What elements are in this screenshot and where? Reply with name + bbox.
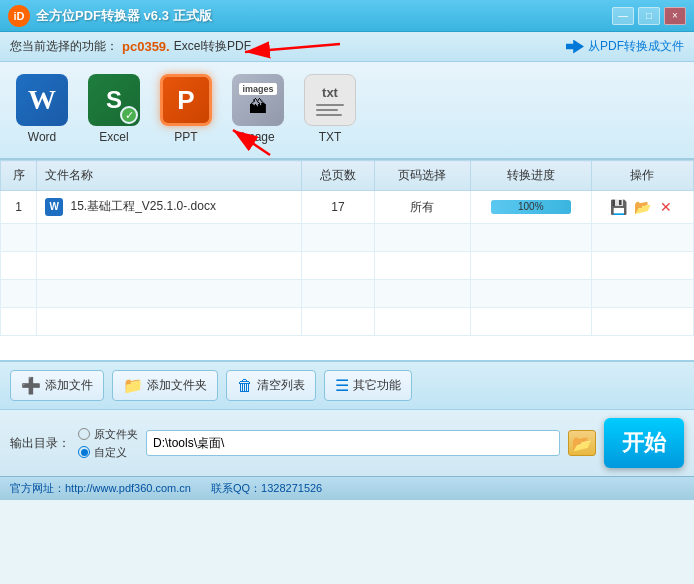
pdf-convert-button[interactable]: 从PDF转换成文件 (566, 38, 684, 55)
convert-arrow-icon (566, 40, 584, 54)
empty-row (1, 252, 694, 280)
txt-label: TXT (319, 130, 342, 144)
toolbar: 您当前选择的功能： pc0359. Excel转换PDF 从PDF转换成文件 (0, 32, 694, 62)
titlebar-left: iD 全方位PDF转换器 v6.3 正式版 (8, 5, 212, 27)
word-button[interactable]: W Word (10, 70, 74, 148)
add-folder-label: 添加文件夹 (147, 377, 207, 394)
empty-row (1, 308, 694, 336)
image-button[interactable]: images 🏔 Image (226, 70, 290, 148)
qq-text: 联系QQ：1328271526 (211, 481, 322, 496)
row-seq: 1 (1, 191, 37, 224)
app-logo: iD (8, 5, 30, 27)
radio-custom[interactable]: 自定义 (78, 445, 138, 460)
open-folder-button[interactable]: 📂 (632, 197, 652, 217)
excel-icon: S ✓ (88, 74, 140, 126)
website-text: 官方网址：http://www.pdf360.com.cn (10, 481, 191, 496)
bottom-toolbar: ➕ 添加文件 📁 添加文件夹 🗑 清空列表 ☰ 其它功能 (0, 360, 694, 410)
save-file-button[interactable]: 💾 (608, 197, 628, 217)
add-folder-button[interactable]: 📁 添加文件夹 (112, 370, 218, 401)
word-file-icon: W (45, 198, 63, 216)
col-pagesel-header: 页码选择 (374, 161, 470, 191)
empty-row (1, 280, 694, 308)
other-func-button[interactable]: ☰ 其它功能 (324, 370, 412, 401)
logo-text: iD (14, 10, 25, 22)
row-pages: 17 (302, 191, 374, 224)
table-header-row: 序 文件名称 总页数 页码选择 转换进度 操作 (1, 161, 694, 191)
col-pages-header: 总页数 (302, 161, 374, 191)
empty-row (1, 224, 694, 252)
col-name-header: 文件名称 (37, 161, 302, 191)
clear-list-icon: 🗑 (237, 377, 253, 395)
minimize-button[interactable]: — (612, 7, 634, 25)
function-label: 您当前选择的功能： (10, 38, 118, 55)
ppt-label: PPT (174, 130, 197, 144)
output-dir-row: 输出目录： 原文件夹 自定义 📂 开始 (0, 410, 694, 476)
col-action-header: 操作 (591, 161, 693, 191)
app-title: 全方位PDF转换器 v6.3 正式版 (36, 7, 212, 25)
output-radio-group: 原文件夹 自定义 (78, 427, 138, 460)
table-row: 1 W 15.基础工程_V25.1.0-.docx 17 所有 100% 💾 (1, 191, 694, 224)
folder-icon: 📂 (572, 434, 592, 453)
window-controls: — □ × (612, 7, 686, 25)
conversion-type-buttons: W Word S ✓ Excel P PPT images 🏔 Image tx… (0, 62, 694, 160)
progress-text: 100% (491, 200, 571, 214)
delete-row-button[interactable]: ✕ (656, 197, 676, 217)
maximize-button[interactable]: □ (638, 7, 660, 25)
add-folder-icon: 📁 (123, 376, 143, 395)
file-table-container: 序 文件名称 总页数 页码选择 转换进度 操作 1 W 15.基础工程_V25.… (0, 160, 694, 360)
radio-custom-input[interactable] (78, 446, 90, 458)
row-actions: 💾 📂 ✕ (591, 191, 693, 224)
row-filename: W 15.基础工程_V25.1.0-.docx (37, 191, 302, 224)
watermark: pc0359. (122, 39, 170, 54)
word-label: Word (28, 130, 56, 144)
txt-button[interactable]: txt TXT (298, 70, 362, 148)
add-file-button[interactable]: ➕ 添加文件 (10, 370, 104, 401)
output-path-input[interactable] (146, 430, 560, 456)
excel-button[interactable]: S ✓ Excel (82, 70, 146, 148)
col-progress-header: 转换进度 (471, 161, 592, 191)
image-icon: images 🏔 (232, 74, 284, 126)
pdf-convert-label: 从PDF转换成文件 (588, 38, 684, 55)
add-file-icon: ➕ (21, 376, 41, 395)
ppt-button[interactable]: P PPT (154, 70, 218, 148)
col-seq-header: 序 (1, 161, 37, 191)
close-button[interactable]: × (664, 7, 686, 25)
add-file-label: 添加文件 (45, 377, 93, 394)
txt-icon: txt (304, 74, 356, 126)
clear-list-button[interactable]: 🗑 清空列表 (226, 370, 316, 401)
radio-original[interactable]: 原文件夹 (78, 427, 138, 442)
statusbar: 官方网址：http://www.pdf360.com.cn 联系QQ：13282… (0, 476, 694, 500)
progress-bar: 100% (491, 200, 571, 214)
row-pagesel: 所有 (374, 191, 470, 224)
file-table: 序 文件名称 总页数 页码选择 转换进度 操作 1 W 15.基础工程_V25.… (0, 160, 694, 336)
radio-original-input[interactable] (78, 428, 90, 440)
word-icon: W (16, 74, 68, 126)
toolbar-left: 您当前选择的功能： pc0359. Excel转换PDF (10, 38, 251, 55)
excel-check-icon: ✓ (120, 106, 138, 124)
image-label: Image (241, 130, 274, 144)
ppt-icon: P (160, 74, 212, 126)
radio-original-label: 原文件夹 (94, 427, 138, 442)
row-progress: 100% (471, 191, 592, 224)
start-button[interactable]: 开始 (604, 418, 684, 468)
clear-list-label: 清空列表 (257, 377, 305, 394)
titlebar: iD 全方位PDF转换器 v6.3 正式版 — □ × (0, 0, 694, 32)
browse-folder-button[interactable]: 📂 (568, 430, 596, 456)
other-func-icon: ☰ (335, 376, 349, 395)
function-name: Excel转换PDF (174, 38, 251, 55)
other-func-label: 其它功能 (353, 377, 401, 394)
radio-custom-label: 自定义 (94, 445, 127, 460)
output-label: 输出目录： (10, 435, 70, 452)
excel-label: Excel (99, 130, 128, 144)
